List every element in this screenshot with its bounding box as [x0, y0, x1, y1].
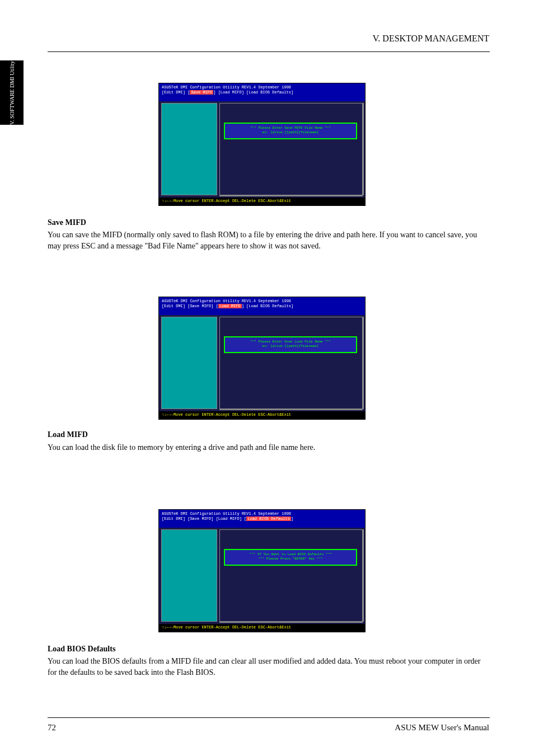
scrollbar-h — [219, 408, 363, 410]
bios-menu-bar: ASUSTeK DMI Configuration Utility REV1.4… — [159, 83, 365, 101]
bios-left-panel — [161, 317, 217, 409]
scrollbar-v — [362, 529, 364, 622]
bios-status-bar: ↑↓←→-Move cursor ENTER-Accept DEL-Delete… — [159, 411, 365, 419]
bios-left-panel — [161, 529, 217, 622]
bios-status-bar: ↑↓←→-Move cursor ENTER-Accept DEL-Delete… — [159, 198, 365, 205]
header-title: V. DESKTOP MANAGEMENT — [373, 34, 489, 44]
bios-dialog: *** If You Want to Load BIOS Defaults **… — [224, 549, 357, 566]
footer-text: ASUS MEW User's Manual — [395, 723, 489, 732]
section-desc-load-mifd: You can load the disk file to memory by … — [48, 442, 490, 453]
bios-title: ASUSTeK DMI Configuration Utility REV1.4… — [162, 299, 362, 304]
bios-title: ASUSTeK DMI Configuration Utility REV1.4… — [162, 511, 362, 516]
bios-menu-row: [Edit DMI] [Save MIFD] [Load MIFD] [Load… — [162, 516, 362, 522]
page-number: 72 — [48, 723, 56, 732]
screenshot-load-mifd: ASUSTeK DMI Configuration Utility REV1.4… — [158, 297, 366, 420]
bios-menu-row: [Edit DMI] [Save MIFD] [Load MIFD] [Load… — [162, 90, 362, 95]
bios-right-panel — [219, 317, 363, 409]
bios-dialog: *** Please Enter Down Load File Name ***… — [224, 336, 357, 353]
menu-highlight: Save MIFD — [190, 90, 213, 95]
bios-right-panel — [219, 103, 363, 195]
menu-highlight: Load MIFD — [218, 304, 242, 308]
section-label-save-mifd: Save MIFD — [48, 218, 86, 227]
bios-title: ASUSTeK DMI Configuration Utility REV1.4… — [162, 85, 362, 90]
bios-dialog: *** Please Enter Save MIFD File Name ***… — [224, 123, 357, 139]
bios-menu-bar: ASUSTeK DMI Configuration Utility REV1.4… — [159, 510, 365, 528]
screenshot-load-bios-defaults: ASUSTeK DMI Configuration Utility REV1.4… — [158, 509, 366, 632]
scrollbar-h — [219, 195, 363, 196]
screenshot-save-mifd: ASUSTeK DMI Configuration Utility REV1.4… — [158, 83, 366, 206]
menu-highlight: Load BIOS Defaults — [246, 516, 291, 521]
bios-left-panel — [161, 103, 217, 195]
section-desc-save-mifd: You can save the MIFD (normally only sav… — [48, 229, 490, 252]
bottom-divider — [48, 717, 490, 718]
scrollbar-v — [362, 317, 364, 409]
bios-menu-bar: ASUSTeK DMI Configuration Utility REV1.4… — [159, 297, 365, 315]
scrollbar-h — [219, 621, 363, 623]
scrollbar-v — [362, 103, 364, 195]
section-label-load-bios-defaults: Load BIOS Defaults — [48, 645, 115, 654]
side-tab-label: V. SOFTWARE DMI Utility — [0, 60, 24, 125]
bios-right-panel — [219, 529, 363, 622]
section-desc-load-bios-defaults: You can load the BIOS defaults from a MI… — [48, 656, 490, 679]
bios-menu-row: [Edit DMI] [Save MIFD] [Load MIFD] [Load… — [162, 304, 362, 309]
top-divider — [48, 51, 490, 52]
bios-status-bar: ↑↓←→-Move cursor ENTER-Accept DEL-Delete… — [159, 624, 365, 632]
section-label-load-mifd: Load MIFD — [48, 430, 88, 439]
